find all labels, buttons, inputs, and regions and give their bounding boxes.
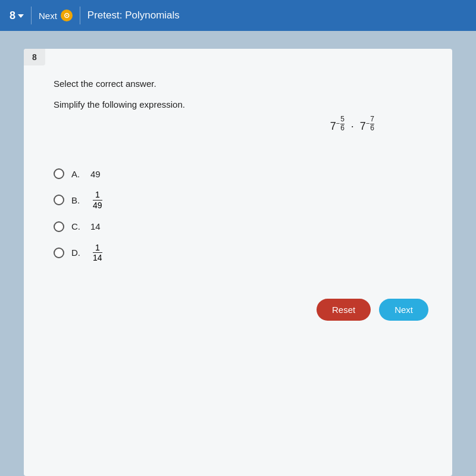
instruction-text: Select the correct answer.	[54, 79, 422, 89]
math-expression: 7−56 · 7−76	[330, 115, 375, 133]
expression-display: 7−56 · 7−76	[54, 115, 422, 133]
chevron-down-icon[interactable]	[18, 14, 24, 18]
expression-label: Simplify the following expression.	[54, 99, 422, 109]
question-body: Select the correct answer. Simplify the …	[24, 49, 452, 168]
label-c: C.	[71, 221, 83, 231]
radio-b[interactable]	[54, 195, 64, 205]
answers-section: A. 49 B. 1 49 C. 14 D.	[24, 168, 452, 263]
next-top-button[interactable]: Next ⊙	[39, 10, 73, 21]
value-b: 1 49	[90, 190, 105, 211]
radio-d[interactable]	[54, 248, 64, 258]
next-circle-icon: ⊙	[61, 10, 73, 21]
answer-row-d: D. 1 14	[54, 243, 422, 264]
top-bar: 8 Next ⊙ Pretest: Polynomials	[0, 0, 476, 31]
value-d: 1 14	[90, 243, 105, 264]
next-top-label: Next	[39, 11, 57, 21]
question-num-text: 8	[10, 10, 15, 22]
label-a: A.	[71, 169, 83, 179]
answer-row-b: B. 1 49	[54, 190, 422, 211]
answer-row-c: C. 14	[54, 221, 422, 232]
radio-a[interactable]	[54, 168, 64, 179]
reset-button[interactable]: Reset	[317, 299, 371, 321]
content-area: 8 Select the correct answer. Simplify th…	[0, 31, 476, 476]
label-d: D.	[71, 248, 83, 258]
question-card: 8 Select the correct answer. Simplify th…	[24, 49, 452, 476]
radio-c[interactable]	[54, 221, 64, 232]
label-b: B.	[71, 195, 83, 205]
next-button[interactable]: Next	[379, 299, 428, 321]
divider2	[80, 7, 80, 24]
button-row: Reset Next	[24, 263, 452, 339]
question-number-display[interactable]: 8	[10, 10, 24, 22]
value-a: 49	[90, 169, 101, 179]
question-badge: 8	[24, 49, 45, 65]
answer-row-a: A. 49	[54, 168, 422, 179]
next-button-label: Next	[394, 305, 413, 315]
pretest-title: Pretest: Polynomials	[87, 10, 180, 21]
value-c: 14	[90, 221, 101, 231]
divider	[31, 7, 32, 24]
